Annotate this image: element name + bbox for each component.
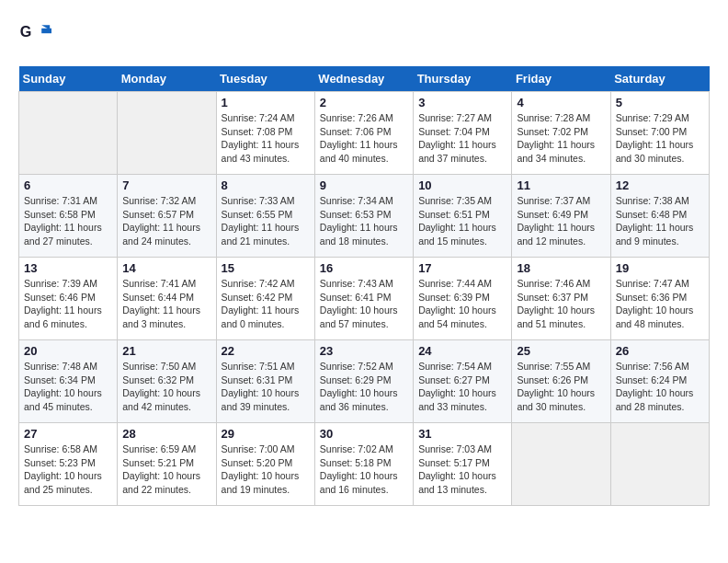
day-number: 10: [418, 178, 506, 192]
day-info: Sunrise: 7:03 AM Sunset: 5:17 PM Dayligh…: [418, 442, 506, 497]
day-number: 6: [24, 178, 112, 192]
day-info: Sunrise: 7:37 AM Sunset: 6:49 PM Dayligh…: [517, 194, 605, 248]
svg-marker-2: [41, 29, 51, 33]
weekday-header-friday: Friday: [512, 66, 610, 92]
page-header: G: [18, 18, 710, 52]
calendar-cell: 4 Sunrise: 7:28 AM Sunset: 7:02 PM Dayli…: [512, 92, 610, 175]
day-number: 8: [222, 178, 310, 192]
calendar-cell: 9 Sunrise: 7:34 AM Sunset: 6:53 PM Dayli…: [314, 175, 413, 258]
day-number: 22: [222, 344, 310, 358]
day-info: Sunrise: 7:56 AM Sunset: 6:24 PM Dayligh…: [616, 360, 704, 414]
calendar-cell: 23 Sunrise: 7:52 AM Sunset: 6:29 PM Dayl…: [314, 340, 413, 423]
day-info: Sunrise: 7:39 AM Sunset: 6:46 PM Dayligh…: [24, 277, 112, 331]
weekday-header-wednesday: Wednesday: [314, 66, 413, 92]
calendar-cell: 2 Sunrise: 7:26 AM Sunset: 7:06 PM Dayli…: [314, 92, 413, 175]
weekday-header-sunday: Sunday: [19, 66, 118, 92]
day-number: 19: [616, 261, 704, 275]
day-number: 29: [222, 427, 310, 441]
week-row-3: 13 Sunrise: 7:39 AM Sunset: 6:46 PM Dayl…: [19, 258, 710, 340]
weekday-header-thursday: Thursday: [414, 66, 512, 92]
day-number: 2: [320, 96, 408, 109]
day-number: 14: [122, 261, 210, 275]
day-info: Sunrise: 7:48 AM Sunset: 6:34 PM Dayligh…: [24, 360, 112, 414]
week-row-1: 1 Sunrise: 7:24 AM Sunset: 7:08 PM Dayli…: [19, 92, 710, 175]
day-number: 15: [222, 261, 310, 275]
calendar-cell: [610, 423, 709, 506]
week-row-5: 27 Sunrise: 6:58 AM Sunset: 5:23 PM Dayl…: [19, 423, 710, 506]
week-row-4: 20 Sunrise: 7:48 AM Sunset: 6:34 PM Dayl…: [19, 340, 710, 423]
day-number: 31: [418, 427, 506, 441]
calendar-cell: 6 Sunrise: 7:31 AM Sunset: 6:58 PM Dayli…: [19, 175, 118, 258]
day-number: 1: [222, 96, 310, 109]
day-info: Sunrise: 7:47 AM Sunset: 6:36 PM Dayligh…: [616, 277, 704, 331]
svg-text:G: G: [20, 23, 32, 40]
day-number: 30: [320, 427, 408, 441]
day-info: Sunrise: 7:31 AM Sunset: 6:58 PM Dayligh…: [24, 194, 112, 248]
day-info: Sunrise: 7:44 AM Sunset: 6:39 PM Dayligh…: [418, 277, 506, 331]
day-number: 11: [517, 178, 605, 192]
calendar-cell: 7 Sunrise: 7:32 AM Sunset: 6:57 PM Dayli…: [118, 175, 216, 258]
day-number: 3: [418, 96, 506, 109]
day-info: Sunrise: 7:54 AM Sunset: 6:27 PM Dayligh…: [418, 360, 506, 414]
calendar-table: SundayMondayTuesdayWednesdayThursdayFrid…: [18, 66, 710, 506]
calendar-cell: 27 Sunrise: 6:58 AM Sunset: 5:23 PM Dayl…: [19, 423, 118, 506]
day-info: Sunrise: 7:52 AM Sunset: 6:29 PM Dayligh…: [320, 360, 408, 414]
calendar-cell: 19 Sunrise: 7:47 AM Sunset: 6:36 PM Dayl…: [610, 258, 709, 340]
weekday-header-monday: Monday: [118, 66, 216, 92]
calendar-cell: 10 Sunrise: 7:35 AM Sunset: 6:51 PM Dayl…: [414, 175, 512, 258]
calendar-cell: 30 Sunrise: 7:02 AM Sunset: 5:18 PM Dayl…: [314, 423, 413, 506]
calendar-cell: 13 Sunrise: 7:39 AM Sunset: 6:46 PM Dayl…: [19, 258, 118, 340]
day-number: 12: [616, 178, 704, 192]
day-info: Sunrise: 7:43 AM Sunset: 6:41 PM Dayligh…: [320, 277, 408, 331]
day-info: Sunrise: 6:59 AM Sunset: 5:21 PM Dayligh…: [122, 442, 210, 497]
calendar-cell: [118, 92, 216, 175]
calendar-cell: 8 Sunrise: 7:33 AM Sunset: 6:55 PM Dayli…: [216, 175, 314, 258]
day-number: 18: [517, 261, 605, 275]
day-info: Sunrise: 6:58 AM Sunset: 5:23 PM Dayligh…: [24, 442, 112, 497]
day-info: Sunrise: 7:38 AM Sunset: 6:48 PM Dayligh…: [616, 194, 704, 248]
day-number: 17: [418, 261, 506, 275]
day-info: Sunrise: 7:55 AM Sunset: 6:26 PM Dayligh…: [517, 360, 605, 414]
calendar-cell: 21 Sunrise: 7:50 AM Sunset: 6:32 PM Dayl…: [118, 340, 216, 423]
logo-icon: G: [18, 18, 51, 52]
weekday-header-tuesday: Tuesday: [216, 66, 314, 92]
calendar-cell: 20 Sunrise: 7:48 AM Sunset: 6:34 PM Dayl…: [19, 340, 118, 423]
week-row-2: 6 Sunrise: 7:31 AM Sunset: 6:58 PM Dayli…: [19, 175, 710, 258]
calendar-cell: 24 Sunrise: 7:54 AM Sunset: 6:27 PM Dayl…: [414, 340, 512, 423]
calendar-cell: 12 Sunrise: 7:38 AM Sunset: 6:48 PM Dayl…: [610, 175, 709, 258]
day-number: 27: [24, 427, 112, 441]
weekday-header-row: SundayMondayTuesdayWednesdayThursdayFrid…: [19, 66, 710, 92]
day-info: Sunrise: 7:26 AM Sunset: 7:06 PM Dayligh…: [320, 111, 408, 166]
day-info: Sunrise: 7:28 AM Sunset: 7:02 PM Dayligh…: [517, 111, 605, 166]
calendar-cell: 26 Sunrise: 7:56 AM Sunset: 6:24 PM Dayl…: [610, 340, 709, 423]
day-info: Sunrise: 7:33 AM Sunset: 6:55 PM Dayligh…: [222, 194, 310, 248]
calendar-cell: 29 Sunrise: 7:00 AM Sunset: 5:20 PM Dayl…: [216, 423, 314, 506]
calendar-cell: 11 Sunrise: 7:37 AM Sunset: 6:49 PM Dayl…: [512, 175, 610, 258]
day-number: 20: [24, 344, 112, 358]
day-number: 25: [517, 344, 605, 358]
day-number: 26: [616, 344, 704, 358]
calendar-cell: 14 Sunrise: 7:41 AM Sunset: 6:44 PM Dayl…: [118, 258, 216, 340]
calendar-cell: 16 Sunrise: 7:43 AM Sunset: 6:41 PM Dayl…: [314, 258, 413, 340]
day-info: Sunrise: 7:51 AM Sunset: 6:31 PM Dayligh…: [222, 360, 310, 414]
calendar-cell: 31 Sunrise: 7:03 AM Sunset: 5:17 PM Dayl…: [414, 423, 512, 506]
calendar-cell: [512, 423, 610, 506]
day-number: 13: [24, 261, 112, 275]
day-number: 24: [418, 344, 506, 358]
day-info: Sunrise: 7:32 AM Sunset: 6:57 PM Dayligh…: [122, 194, 210, 248]
day-number: 4: [517, 96, 605, 109]
day-number: 7: [122, 178, 210, 192]
calendar-cell: [19, 92, 118, 175]
day-number: 9: [320, 178, 408, 192]
calendar-cell: 1 Sunrise: 7:24 AM Sunset: 7:08 PM Dayli…: [216, 92, 314, 175]
weekday-header-saturday: Saturday: [610, 66, 709, 92]
calendar-cell: 3 Sunrise: 7:27 AM Sunset: 7:04 PM Dayli…: [414, 92, 512, 175]
day-info: Sunrise: 7:27 AM Sunset: 7:04 PM Dayligh…: [418, 111, 506, 166]
logo: G: [18, 18, 55, 52]
day-number: 5: [616, 96, 704, 109]
day-info: Sunrise: 7:35 AM Sunset: 6:51 PM Dayligh…: [418, 194, 506, 248]
day-info: Sunrise: 7:24 AM Sunset: 7:08 PM Dayligh…: [222, 111, 310, 166]
day-info: Sunrise: 7:00 AM Sunset: 5:20 PM Dayligh…: [222, 442, 310, 497]
day-info: Sunrise: 7:02 AM Sunset: 5:18 PM Dayligh…: [320, 442, 408, 497]
calendar-cell: 5 Sunrise: 7:29 AM Sunset: 7:00 PM Dayli…: [610, 92, 709, 175]
